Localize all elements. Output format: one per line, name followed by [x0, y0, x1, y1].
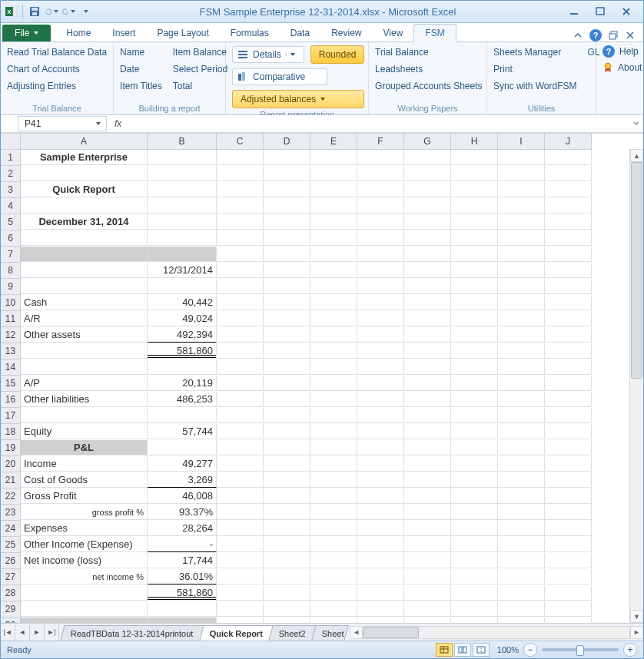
cell-C8[interactable] — [217, 263, 264, 278]
cell-C6[interactable] — [217, 230, 264, 246]
cell-B2[interactable] — [148, 166, 217, 181]
cell-A29[interactable] — [21, 601, 148, 617]
cell-F17[interactable] — [357, 408, 404, 423]
cell-H17[interactable] — [451, 408, 498, 423]
cell-F1[interactable] — [357, 150, 404, 165]
cell-B26[interactable]: 17,744 — [148, 553, 217, 568]
tab-data[interactable]: Data — [280, 25, 320, 41]
cell-E24[interactable] — [310, 521, 357, 536]
scroll-left-button[interactable]: ◄ — [350, 626, 363, 639]
cell-J21[interactable] — [545, 472, 592, 488]
cell-B22[interactable]: 46,008 — [148, 488, 217, 504]
help-button[interactable]: ? Help — [603, 45, 642, 58]
row-header-19[interactable]: 19 — [1, 440, 21, 456]
cell-H4[interactable] — [451, 198, 498, 214]
cell-J8[interactable] — [545, 263, 592, 278]
cell-B16[interactable]: 486,253 — [148, 392, 217, 407]
cell-H5[interactable] — [451, 214, 498, 230]
cell-I19[interactable] — [498, 440, 545, 455]
cell-I9[interactable] — [498, 279, 545, 294]
select-period-button[interactable]: Select Period — [173, 62, 227, 76]
about-button[interactable]: About — [603, 62, 642, 73]
cell-E5[interactable] — [310, 214, 357, 230]
details-button[interactable]: Details — [232, 46, 304, 63]
cell-F8[interactable] — [357, 263, 404, 278]
cell-A27[interactable]: net income % — [21, 569, 148, 584]
cell-C28[interactable] — [217, 585, 264, 601]
cell-A7[interactable] — [21, 247, 148, 262]
cell-C5[interactable] — [217, 214, 264, 230]
cell-C11[interactable] — [217, 311, 264, 326]
cell-E17[interactable] — [310, 408, 357, 423]
cell-D26[interactable] — [264, 553, 310, 568]
cell-D14[interactable] — [264, 359, 310, 375]
cell-F9[interactable] — [357, 279, 404, 294]
cell-I30[interactable] — [498, 618, 545, 623]
cell-C23[interactable] — [217, 505, 264, 520]
cell-D17[interactable] — [264, 408, 310, 423]
cell-A18[interactable]: Equity — [21, 424, 148, 439]
col-header-B[interactable]: B — [148, 134, 217, 150]
cell-G26[interactable] — [404, 553, 451, 568]
cell-H25[interactable] — [451, 537, 498, 552]
row-header-3[interactable]: 3 — [1, 182, 21, 198]
cell-J16[interactable] — [545, 392, 592, 407]
cell-E15[interactable] — [310, 376, 357, 391]
cell-H1[interactable] — [451, 150, 498, 165]
cell-C30[interactable] — [217, 618, 264, 623]
cell-E19[interactable] — [310, 440, 357, 455]
sheet-tab-quick-report[interactable]: Quick Report — [199, 625, 273, 641]
item-titles-button[interactable]: Item Titles — [120, 79, 162, 93]
cell-C9[interactable] — [217, 279, 264, 294]
undo-button[interactable] — [45, 5, 58, 18]
cell-I23[interactable] — [498, 505, 545, 520]
row-header-18[interactable]: 18 — [1, 424, 21, 440]
cell-I2[interactable] — [498, 166, 545, 181]
sheet-tab-sheet2[interactable]: Sheet2 — [268, 625, 316, 641]
expand-formula-bar-icon[interactable] — [629, 120, 643, 127]
cell-J27[interactable] — [545, 569, 592, 584]
cell-G29[interactable] — [404, 601, 451, 617]
cell-D23[interactable] — [264, 505, 310, 520]
save-button[interactable] — [28, 5, 41, 18]
cell-D2[interactable] — [264, 166, 310, 181]
tab-review[interactable]: Review — [320, 25, 372, 41]
cell-E29[interactable] — [310, 601, 357, 617]
cell-H21[interactable] — [451, 472, 498, 488]
cell-G1[interactable] — [404, 150, 451, 165]
row-header-22[interactable]: 22 — [1, 488, 21, 505]
row-header-4[interactable]: 4 — [1, 198, 21, 214]
cell-J20[interactable] — [545, 456, 592, 472]
cell-F4[interactable] — [357, 198, 404, 214]
cell-F3[interactable] — [357, 182, 404, 197]
cell-G21[interactable] — [404, 472, 451, 488]
cell-J28[interactable] — [545, 585, 592, 601]
cell-J19[interactable] — [545, 440, 592, 455]
cell-I14[interactable] — [498, 359, 545, 375]
close-button[interactable] — [616, 5, 637, 18]
details-dropdown-icon[interactable] — [286, 53, 299, 56]
cell-E2[interactable] — [310, 166, 357, 181]
cell-E7[interactable] — [310, 247, 357, 262]
row-header-6[interactable]: 6 — [1, 230, 21, 247]
cell-J6[interactable] — [545, 230, 592, 246]
cell-G22[interactable] — [404, 488, 451, 504]
cell-I28[interactable] — [498, 585, 545, 601]
cell-D13[interactable] — [264, 343, 310, 359]
cell-H26[interactable] — [451, 553, 498, 568]
col-header-A[interactable]: A — [21, 134, 148, 150]
cell-B4[interactable] — [148, 198, 217, 214]
cell-C14[interactable] — [217, 359, 264, 375]
cell-E14[interactable] — [310, 359, 357, 375]
cell-A14[interactable] — [21, 359, 148, 375]
cell-A23[interactable]: gross profit % — [21, 505, 148, 520]
cell-B24[interactable]: 28,264 — [148, 521, 217, 536]
normal-view-button[interactable] — [436, 643, 453, 657]
formula-input[interactable] — [128, 116, 629, 131]
col-header-J[interactable]: J — [545, 134, 592, 150]
cell-E6[interactable] — [310, 230, 357, 246]
cell-B9[interactable] — [148, 279, 217, 294]
cell-A24[interactable]: Expenses — [21, 521, 148, 536]
cell-I13[interactable] — [498, 343, 545, 359]
read-trial-balance-button[interactable]: Read Trial Balance Data — [7, 45, 107, 59]
